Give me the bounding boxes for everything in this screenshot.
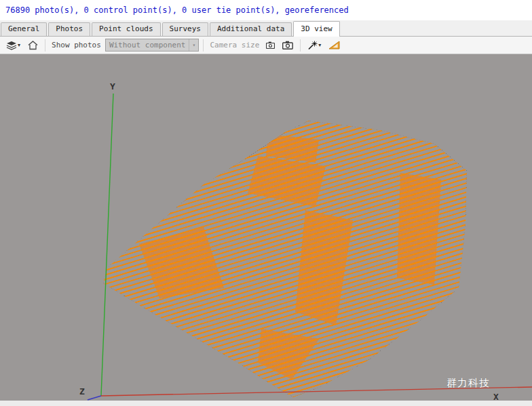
magic-wand-icon [307,40,318,50]
watermark: 群力科技 [446,377,490,390]
tab-point-clouds[interactable]: Point clouds [92,22,160,36]
tab-additional-data[interactable]: Additional data [210,22,292,36]
home-button[interactable] [25,38,41,52]
z-axis-label: Z [79,386,85,397]
camera-size-label: Camera size [208,41,261,49]
chevron-down-icon: ▾ [189,39,198,51]
3d-viewport[interactable]: Y Z X 群力科技 [0,54,532,401]
component-select: Without component ▾ [105,39,200,52]
chevron-down-icon: ▾ [318,43,321,48]
status-bar: 76890 photo(s), 0 control point(s), 0 us… [0,0,532,20]
x-axis-label: X [493,392,499,401]
layers-button[interactable]: ▾ [3,38,23,52]
camera-size-increase-button[interactable] [280,38,296,52]
show-photos-label: Show photos [50,41,103,49]
home-icon [28,41,38,50]
tab-general[interactable]: General [1,22,47,36]
camera-size-decrease-button[interactable] [263,38,278,52]
layers-icon [6,41,17,50]
application-window: 76890 photo(s), 0 control point(s), 0 us… [0,0,532,406]
status-text: 76890 photo(s), 0 control point(s), 0 us… [5,5,349,15]
wand-tools-button[interactable]: ▾ [305,38,324,52]
bottom-strip [0,401,532,406]
camera-small-icon [266,41,275,49]
triangle-ruler-icon [328,41,340,49]
toolbar-separator [203,39,204,52]
chevron-down-icon: ▾ [18,43,20,48]
tab-3d-view[interactable]: 3D view [293,21,339,37]
tab-photos[interactable]: Photos [48,22,90,36]
y-axis-label: Y [110,81,115,92]
camera-large-icon [282,41,293,49]
toolbar-separator [45,39,45,52]
toolbar-separator [300,39,301,52]
tab-surveys[interactable]: Surveys [162,22,208,36]
toolbar: ▾ Show photos Without component ▾ Camera… [0,37,532,54]
component-select-value: Without component [109,41,186,49]
measure-button[interactable] [326,38,343,52]
tab-bar: General Photos Point clouds Surveys Addi… [0,20,532,37]
3d-scene: Y Z X [0,54,532,401]
